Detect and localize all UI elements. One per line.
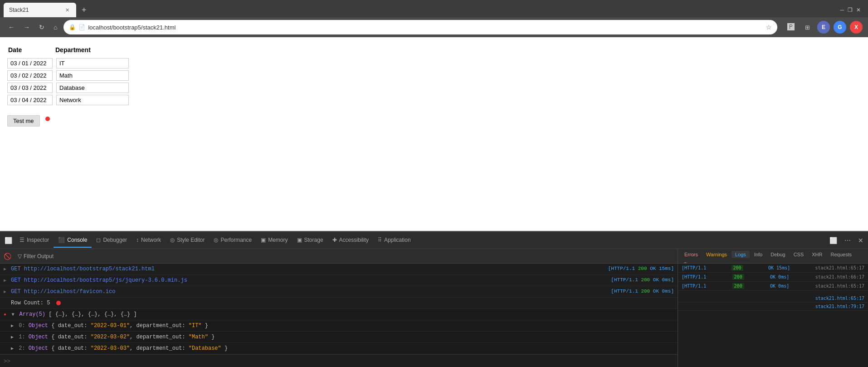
- devtools-tab-bar: ⬜ ☰ Inspector ⬛ Console ◻ Debugger ↕ Net…: [0, 232, 868, 249]
- filter-output-label: Filter Output: [24, 253, 54, 259]
- address-input[interactable]: [88, 24, 763, 31]
- devtools-right-controls: ⬜ ⋯ ✕: [827, 235, 866, 246]
- network-icon: ↕: [136, 237, 139, 243]
- tab-debugger[interactable]: ◻ Debugger: [92, 233, 132, 248]
- home-button[interactable]: ⌂: [51, 22, 60, 33]
- tab-console[interactable]: ⬛ Console: [54, 233, 92, 248]
- address-bar: ← → ↻ ⌂ 🔒 📄 ☆ 🅿 ⊞ E G X: [0, 17, 868, 37]
- console-message-2: GET http://localhost/bootstrap5/js/jquer…: [0, 275, 678, 286]
- forward-button[interactable]: →: [21, 22, 33, 33]
- filter-tabs: Errors Warnings Logs Info Debug CSS XHR …: [678, 249, 868, 264]
- clear-console-button[interactable]: 🚫: [4, 253, 11, 260]
- refresh-button[interactable]: ↻: [36, 22, 47, 33]
- dept-input-3[interactable]: [56, 83, 129, 93]
- file-link-2[interactable]: stack21.html:79:17: [815, 304, 864, 309]
- devtools-more-button[interactable]: ⋯: [842, 235, 853, 246]
- tab-application[interactable]: ⠿ Application: [373, 233, 415, 248]
- tab-memory[interactable]: ▣ Memory: [256, 233, 292, 248]
- style-editor-icon: ◎: [170, 237, 175, 243]
- dept-input-4[interactable]: [56, 95, 129, 105]
- console-message-array: ● ▶ Array(5) [ {…}, {…}, {…}, {…}, {…} ]: [0, 309, 678, 320]
- col-header-dept: Department: [54, 44, 131, 57]
- extensions-icon[interactable]: ⊞: [801, 21, 814, 34]
- console-messages: GET http://localhost/bootstrap5/stack21.…: [0, 264, 678, 354]
- obj1-arrow[interactable]: ▶: [11, 335, 14, 340]
- accessibility-icon: ✚: [332, 237, 337, 243]
- test-red-dot: [45, 117, 50, 121]
- console-obj-2: ▶ 2: Object { date_out: "2022-03-03", de…: [0, 343, 678, 354]
- tab-style-editor[interactable]: ◎ Style Editor: [166, 233, 209, 248]
- dept-cell-1: [54, 57, 131, 69]
- date-input-4[interactable]: [7, 95, 53, 105]
- storage-icon: ▣: [297, 237, 302, 243]
- tab-storage[interactable]: ▣ Storage: [293, 233, 328, 248]
- tab-title: Stack21: [9, 7, 29, 13]
- test-button[interactable]: Test me: [7, 115, 40, 127]
- obj0-arrow[interactable]: ▶: [11, 323, 14, 328]
- browser-tab[interactable]: Stack21 ✕: [4, 3, 76, 17]
- date-input-2[interactable]: [7, 70, 53, 81]
- console-prompt-icon: >>: [4, 357, 10, 364]
- filter-debug[interactable]: Debug: [767, 251, 789, 258]
- console-input[interactable]: [13, 358, 674, 364]
- filter-logs[interactable]: Logs: [731, 251, 750, 258]
- tab-inspector[interactable]: ☰ Inspector: [15, 233, 54, 248]
- net-row-file-2: stack21.html:79:17: [678, 303, 868, 311]
- address-input-wrap: 🔒 📄 ☆: [63, 20, 777, 34]
- tab-performance[interactable]: ◎ Performance: [209, 233, 256, 248]
- filter-css[interactable]: CSS: [790, 251, 808, 258]
- devtools-close-button[interactable]: ✕: [855, 235, 866, 246]
- minimize-button[interactable]: ─: [840, 7, 844, 13]
- tab-network[interactable]: ↕ Network: [132, 233, 166, 248]
- filter-settings-button[interactable]: ⚙: [681, 259, 690, 264]
- new-tab-button[interactable]: +: [78, 4, 90, 17]
- close-window-button[interactable]: ✕: [856, 7, 861, 13]
- filter-requests[interactable]: Requests: [827, 251, 855, 258]
- date-cell-4: [7, 94, 54, 106]
- dept-input-2[interactable]: [56, 70, 129, 81]
- console-icon: ⬛: [58, 237, 65, 243]
- col-header-date: Date: [7, 44, 54, 57]
- obj2-arrow[interactable]: ▶: [11, 346, 14, 351]
- devtools-dock-button[interactable]: ⬜: [827, 235, 840, 246]
- pocket-icon[interactable]: 🅿: [785, 21, 797, 34]
- network-log: [HTTP/1.1 200 OK 15ms] stack21.html:65:1…: [678, 264, 868, 367]
- back-button[interactable]: ←: [5, 22, 17, 33]
- date-input-3[interactable]: [7, 83, 53, 93]
- close-icon[interactable]: X: [850, 21, 863, 34]
- filter-xhr[interactable]: XHR: [808, 251, 826, 258]
- inspector-icon: ☰: [20, 237, 24, 243]
- net-file-3[interactable]: stack21.html:65:17: [815, 284, 864, 289]
- date-input-1[interactable]: [7, 58, 53, 69]
- net-spacer: [678, 291, 868, 294]
- dept-cell-2: [54, 69, 131, 82]
- tab-accessibility[interactable]: ✚ Accessibility: [328, 233, 373, 248]
- console-input-area: >>: [0, 354, 678, 367]
- page-icon: 📄: [78, 24, 85, 30]
- net-file-2[interactable]: stack21.html:66:17: [815, 274, 864, 279]
- google-icon[interactable]: G: [834, 21, 846, 34]
- filter-warnings[interactable]: Warnings: [702, 251, 731, 258]
- console-panel: 🚫 ▽ Filter Output GET http://localhost/b…: [0, 249, 868, 367]
- devtools-pick-button[interactable]: ⬜: [2, 235, 15, 246]
- window-controls: ─ ❐ ✕: [840, 7, 864, 13]
- array-expand-arrow[interactable]: ▶: [10, 313, 16, 316]
- net-row-file-1: stack21.html:65:17: [678, 294, 868, 303]
- account-icon[interactable]: E: [817, 21, 830, 34]
- file-link-1[interactable]: stack21.html:65:17: [815, 296, 864, 301]
- browser-toolbar-icons: 🅿 ⊞ E G X: [785, 21, 863, 34]
- dept-cell-3: [54, 82, 131, 94]
- console-obj-0: ▶ 0: Object { date_out: "2022-03-01", de…: [0, 320, 678, 332]
- bookmark-button[interactable]: ☆: [766, 24, 772, 31]
- net-file-1[interactable]: stack21.html:65:17: [815, 265, 864, 270]
- net-row-3: [HTTP/1.1 200 OK 0ms] stack21.html:65:17: [678, 282, 868, 291]
- dept-input-1[interactable]: [56, 58, 129, 69]
- console-message-4: Row Count: 5: [0, 298, 678, 309]
- tab-close-button[interactable]: ✕: [63, 6, 71, 14]
- filter-info[interactable]: Info: [751, 251, 766, 258]
- net-row-1: [HTTP/1.1 200 OK 15ms] stack21.html:65:1…: [678, 264, 868, 273]
- filter-output-button[interactable]: ▽ Filter Output: [15, 252, 56, 260]
- test-row: Test me: [7, 111, 861, 127]
- restore-button[interactable]: ❐: [848, 7, 853, 13]
- filter-errors[interactable]: Errors: [681, 251, 702, 258]
